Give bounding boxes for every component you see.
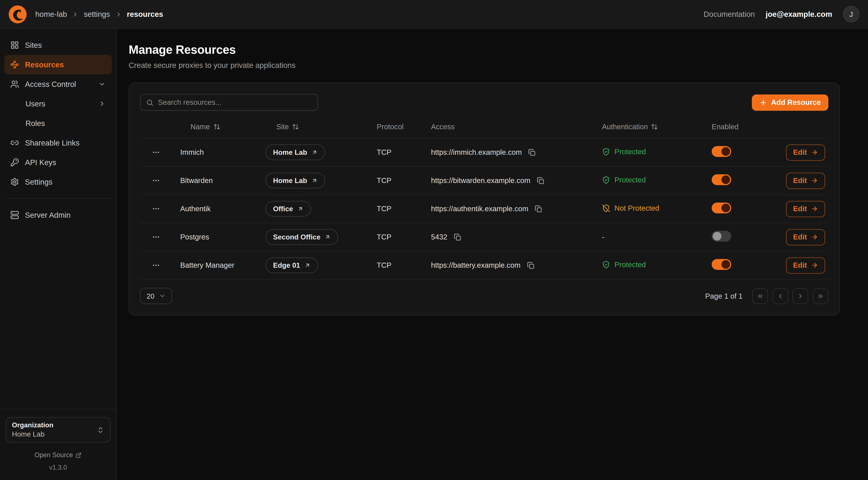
sidebar-spacer [4,225,112,409]
auth-label: Not Protected [615,204,659,212]
top-bar-right: Documentation joe@example.com J [704,6,859,22]
enabled-toggle[interactable] [712,146,731,157]
column-header-site[interactable]: Site [258,123,376,131]
sidebar-item-label: Server Admin [25,211,70,219]
arrow-up-right-icon [305,262,310,268]
sidebar-item-settings[interactable]: Settings [4,172,112,192]
first-page-button[interactable] [752,288,768,304]
site-link[interactable]: Second Office [266,229,338,245]
organization-selector[interactable]: Organization Home Lab [5,417,111,443]
search-input[interactable] [158,98,312,107]
user-email[interactable]: joe@example.com [766,10,832,19]
shield-check-icon [602,176,610,184]
site-link[interactable]: Office [266,201,311,217]
row-menu-button[interactable] [150,174,162,187]
site-name: Second Office [273,233,320,241]
resource-name: Bitwarden [173,177,258,185]
open-source-link[interactable]: Open Source [5,451,111,459]
search-box [140,94,318,111]
link-icon [10,139,19,147]
breadcrumb: home-lab settings resources [35,10,163,19]
enabled-toggle[interactable] [712,259,731,270]
resources-card: Add Resource Name Site [129,83,840,316]
sidebar-item-sites[interactable]: Sites [4,35,112,55]
page-size-select[interactable]: 20 [140,288,172,304]
copy-icon[interactable] [526,261,536,270]
column-header-protocol: Protocol [376,123,431,131]
column-header-name[interactable]: Name [173,123,258,131]
sidebar-item-shareable-links[interactable]: Shareable Links [4,133,112,153]
last-page-button[interactable] [813,288,828,304]
site-link[interactable]: Edge 01 [266,258,318,273]
sidebar-item-resources[interactable]: Resources [4,55,112,74]
arrow-right-icon [811,149,818,156]
open-source-label: Open Source [35,451,73,459]
sidebar-item-server-admin[interactable]: Server Admin [4,205,112,225]
organization-label: Organization [12,421,53,429]
auth-status: Protected [602,261,646,269]
sidebar-item-api-keys[interactable]: API Keys [4,153,112,172]
copy-icon[interactable] [527,148,537,157]
sidebar-item-label: Shareable Links [25,139,80,147]
access-url: 5432 [431,233,447,241]
organization-value: Home Lab [12,430,53,438]
chevron-right-icon [98,100,106,108]
auth-status: Not Protected [602,204,659,212]
sidebar-item-label: Resources [25,60,64,69]
app-logo-icon[interactable] [9,5,27,23]
copy-icon[interactable] [534,204,544,214]
resource-name: Postgres [173,233,258,241]
table-body: Immich Home Lab TCP https://immich.examp… [140,138,828,280]
column-header-authentication[interactable]: Authentication [602,123,712,131]
column-header-access: Access [431,123,602,131]
page-info: Page 1 of 1 [705,292,743,300]
breadcrumb-home-lab[interactable]: home-lab [35,10,67,19]
enabled-toggle[interactable] [712,174,731,185]
auth-label: Protected [615,261,646,269]
site-link[interactable]: Home Lab [266,173,325,188]
page-title: Manage Resources [129,43,840,57]
enabled-toggle[interactable] [712,231,731,242]
previous-page-button[interactable] [772,288,788,304]
sidebar-item-access-control[interactable]: Access Control [4,74,112,94]
arrow-right-icon [811,262,818,269]
row-menu-button[interactable] [150,203,162,215]
edit-button[interactable]: Edit [786,201,825,217]
copy-icon[interactable] [453,232,463,242]
auth-status: Protected [602,148,646,156]
top-bar: home-lab settings resources Documentatio… [0,0,868,29]
table-footer: 20 Page 1 of 1 [140,288,828,304]
breadcrumb-resources[interactable]: resources [127,10,163,19]
enabled-toggle[interactable] [712,203,731,213]
row-menu-button[interactable] [150,259,162,271]
edit-button[interactable]: Edit [786,229,825,245]
shield-check-icon [602,261,610,269]
auth-status: Protected [602,176,646,184]
sidebar-item-users[interactable]: Users [4,94,112,114]
edit-button[interactable]: Edit [786,257,825,273]
table-row: Battery Manager Edge 01 TCP https://batt… [140,251,828,279]
add-resource-button[interactable]: Add Resource [752,94,828,111]
resource-name: Battery Manager [173,261,258,269]
pagination: Page 1 of 1 [705,288,828,304]
table-header: Name Site Protocol [140,119,828,138]
grid-icon [10,41,19,50]
documentation-link[interactable]: Documentation [704,10,755,19]
resource-name: Authentik [173,205,258,213]
breadcrumb-settings[interactable]: settings [84,10,110,19]
avatar[interactable]: J [843,6,859,22]
gear-icon [10,178,19,186]
table-row: Bitwarden Home Lab TCP https://bitwarden… [140,166,828,194]
next-page-button[interactable] [793,288,808,304]
protocol: TCP [376,261,431,269]
site-link[interactable]: Home Lab [266,144,325,160]
row-menu-button[interactable] [150,146,162,158]
protocol: TCP [376,177,431,185]
page-subtitle: Create secure proxies to your private ap… [129,61,840,69]
edit-button[interactable]: Edit [786,144,825,160]
server-icon [10,211,19,219]
copy-icon[interactable] [536,176,546,185]
sidebar-item-roles[interactable]: Roles [4,114,112,133]
row-menu-button[interactable] [150,231,162,243]
edit-button[interactable]: Edit [786,173,825,189]
